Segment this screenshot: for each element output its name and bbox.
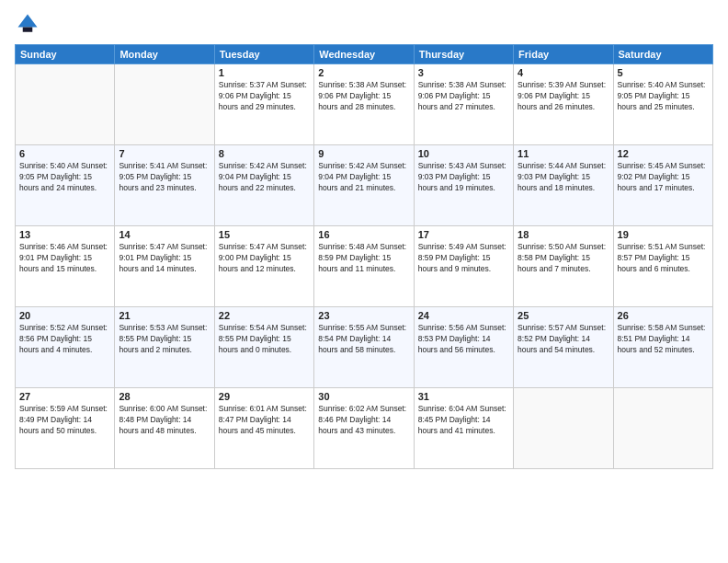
day-detail: Sunrise: 5:40 AM Sunset: 9:05 PM Dayligh… xyxy=(618,80,709,113)
day-number: 14 xyxy=(119,229,210,240)
day-detail: Sunrise: 5:43 AM Sunset: 9:03 PM Dayligh… xyxy=(418,161,509,194)
calendar-day-31: 31Sunrise: 6:04 AM Sunset: 8:45 PM Dayli… xyxy=(414,388,513,469)
weekday-header-tuesday: Tuesday xyxy=(214,45,313,64)
day-number: 30 xyxy=(318,391,409,402)
day-number: 11 xyxy=(518,148,609,159)
calendar-day-empty xyxy=(514,388,613,469)
day-detail: Sunrise: 5:57 AM Sunset: 8:52 PM Dayligh… xyxy=(518,323,609,356)
calendar-day-16: 16Sunrise: 5:48 AM Sunset: 8:59 PM Dayli… xyxy=(314,226,414,307)
day-detail: Sunrise: 5:52 AM Sunset: 8:56 PM Dayligh… xyxy=(19,323,110,356)
calendar-table: SundayMondayTuesdayWednesdayThursdayFrid… xyxy=(15,44,713,469)
day-number: 5 xyxy=(618,67,709,78)
calendar-day-4: 4Sunrise: 5:39 AM Sunset: 9:06 PM Daylig… xyxy=(514,64,613,145)
day-number: 1 xyxy=(219,67,310,78)
day-detail: Sunrise: 5:47 AM Sunset: 9:01 PM Dayligh… xyxy=(119,242,210,275)
calendar-day-empty xyxy=(613,388,712,469)
day-detail: Sunrise: 5:38 AM Sunset: 9:06 PM Dayligh… xyxy=(418,80,509,113)
day-number: 3 xyxy=(418,67,509,78)
day-detail: Sunrise: 5:55 AM Sunset: 8:54 PM Dayligh… xyxy=(318,323,409,356)
calendar-day-19: 19Sunrise: 5:51 AM Sunset: 8:57 PM Dayli… xyxy=(613,226,712,307)
day-detail: Sunrise: 5:56 AM Sunset: 8:53 PM Dayligh… xyxy=(418,323,509,356)
day-number: 21 xyxy=(119,310,210,321)
day-number: 9 xyxy=(318,148,409,159)
weekday-header-row: SundayMondayTuesdayWednesdayThursdayFrid… xyxy=(16,45,713,64)
day-number: 25 xyxy=(518,310,609,321)
day-detail: Sunrise: 6:01 AM Sunset: 8:47 PM Dayligh… xyxy=(219,404,310,437)
weekday-header-saturday: Saturday xyxy=(613,45,712,64)
day-detail: Sunrise: 6:02 AM Sunset: 8:46 PM Dayligh… xyxy=(318,404,409,437)
day-detail: Sunrise: 5:54 AM Sunset: 8:55 PM Dayligh… xyxy=(219,323,310,356)
weekday-header-friday: Friday xyxy=(514,45,613,64)
day-detail: Sunrise: 5:42 AM Sunset: 9:04 PM Dayligh… xyxy=(219,161,310,194)
logo xyxy=(15,11,44,37)
calendar-day-18: 18Sunrise: 5:50 AM Sunset: 8:58 PM Dayli… xyxy=(514,226,613,307)
calendar-day-21: 21Sunrise: 5:53 AM Sunset: 8:55 PM Dayli… xyxy=(115,307,214,388)
day-number: 19 xyxy=(618,229,709,240)
day-number: 31 xyxy=(418,391,509,402)
day-detail: Sunrise: 5:51 AM Sunset: 8:57 PM Dayligh… xyxy=(618,242,709,275)
calendar-week-1: 1Sunrise: 5:37 AM Sunset: 9:06 PM Daylig… xyxy=(16,64,713,145)
day-detail: Sunrise: 5:42 AM Sunset: 9:04 PM Dayligh… xyxy=(318,161,409,194)
day-detail: Sunrise: 5:40 AM Sunset: 9:05 PM Dayligh… xyxy=(19,161,110,194)
calendar-week-5: 27Sunrise: 5:59 AM Sunset: 8:49 PM Dayli… xyxy=(16,388,713,469)
day-number: 18 xyxy=(518,229,609,240)
logo-icon xyxy=(15,11,40,37)
calendar-day-17: 17Sunrise: 5:49 AM Sunset: 8:59 PM Dayli… xyxy=(414,226,513,307)
day-detail: Sunrise: 5:41 AM Sunset: 9:05 PM Dayligh… xyxy=(119,161,210,194)
calendar-day-27: 27Sunrise: 5:59 AM Sunset: 8:49 PM Dayli… xyxy=(16,388,115,469)
calendar-day-24: 24Sunrise: 5:56 AM Sunset: 8:53 PM Dayli… xyxy=(414,307,513,388)
day-number: 8 xyxy=(219,148,310,159)
calendar-day-25: 25Sunrise: 5:57 AM Sunset: 8:52 PM Dayli… xyxy=(514,307,613,388)
calendar-day-5: 5Sunrise: 5:40 AM Sunset: 9:05 PM Daylig… xyxy=(613,64,712,145)
svg-rect-1 xyxy=(23,28,33,32)
calendar-day-1: 1Sunrise: 5:37 AM Sunset: 9:06 PM Daylig… xyxy=(214,64,313,145)
calendar-page: SundayMondayTuesdayWednesdayThursdayFrid… xyxy=(0,0,728,563)
calendar-week-4: 20Sunrise: 5:52 AM Sunset: 8:56 PM Dayli… xyxy=(16,307,713,388)
day-number: 29 xyxy=(219,391,310,402)
day-detail: Sunrise: 6:00 AM Sunset: 8:48 PM Dayligh… xyxy=(119,404,210,437)
calendar-day-29: 29Sunrise: 6:01 AM Sunset: 8:47 PM Dayli… xyxy=(214,388,313,469)
day-detail: Sunrise: 5:58 AM Sunset: 8:51 PM Dayligh… xyxy=(618,323,709,356)
calendar-day-3: 3Sunrise: 5:38 AM Sunset: 9:06 PM Daylig… xyxy=(414,64,513,145)
calendar-day-12: 12Sunrise: 5:45 AM Sunset: 9:02 PM Dayli… xyxy=(613,145,712,226)
calendar-header: SundayMondayTuesdayWednesdayThursdayFrid… xyxy=(16,45,713,64)
day-number: 20 xyxy=(19,310,110,321)
calendar-day-28: 28Sunrise: 6:00 AM Sunset: 8:48 PM Dayli… xyxy=(115,388,214,469)
calendar-day-11: 11Sunrise: 5:44 AM Sunset: 9:03 PM Dayli… xyxy=(514,145,613,226)
day-number: 6 xyxy=(19,148,110,159)
calendar-day-14: 14Sunrise: 5:47 AM Sunset: 9:01 PM Dayli… xyxy=(115,226,214,307)
calendar-week-3: 13Sunrise: 5:46 AM Sunset: 9:01 PM Dayli… xyxy=(16,226,713,307)
day-number: 12 xyxy=(618,148,709,159)
day-number: 23 xyxy=(318,310,409,321)
day-number: 10 xyxy=(418,148,509,159)
svg-marker-0 xyxy=(18,15,38,28)
day-number: 15 xyxy=(219,229,310,240)
weekday-header-monday: Monday xyxy=(115,45,214,64)
day-detail: Sunrise: 5:48 AM Sunset: 8:59 PM Dayligh… xyxy=(318,242,409,275)
calendar-day-15: 15Sunrise: 5:47 AM Sunset: 9:00 PM Dayli… xyxy=(214,226,313,307)
day-detail: Sunrise: 5:37 AM Sunset: 9:06 PM Dayligh… xyxy=(219,80,310,113)
weekday-header-wednesday: Wednesday xyxy=(314,45,414,64)
day-detail: Sunrise: 5:46 AM Sunset: 9:01 PM Dayligh… xyxy=(19,242,110,275)
calendar-body: 1Sunrise: 5:37 AM Sunset: 9:06 PM Daylig… xyxy=(16,64,713,469)
day-number: 17 xyxy=(418,229,509,240)
day-number: 24 xyxy=(418,310,509,321)
day-number: 4 xyxy=(518,67,609,78)
day-detail: Sunrise: 5:59 AM Sunset: 8:49 PM Dayligh… xyxy=(19,404,110,437)
calendar-day-30: 30Sunrise: 6:02 AM Sunset: 8:46 PM Dayli… xyxy=(314,388,414,469)
day-detail: Sunrise: 5:50 AM Sunset: 8:58 PM Dayligh… xyxy=(518,242,609,275)
calendar-day-26: 26Sunrise: 5:58 AM Sunset: 8:51 PM Dayli… xyxy=(613,307,712,388)
day-detail: Sunrise: 5:53 AM Sunset: 8:55 PM Dayligh… xyxy=(119,323,210,356)
calendar-day-22: 22Sunrise: 5:54 AM Sunset: 8:55 PM Dayli… xyxy=(214,307,313,388)
calendar-day-6: 6Sunrise: 5:40 AM Sunset: 9:05 PM Daylig… xyxy=(16,145,115,226)
calendar-day-9: 9Sunrise: 5:42 AM Sunset: 9:04 PM Daylig… xyxy=(314,145,414,226)
day-detail: Sunrise: 5:39 AM Sunset: 9:06 PM Dayligh… xyxy=(518,80,609,113)
calendar-day-20: 20Sunrise: 5:52 AM Sunset: 8:56 PM Dayli… xyxy=(16,307,115,388)
day-number: 27 xyxy=(19,391,110,402)
day-detail: Sunrise: 5:38 AM Sunset: 9:06 PM Dayligh… xyxy=(318,80,409,113)
calendar-day-8: 8Sunrise: 5:42 AM Sunset: 9:04 PM Daylig… xyxy=(214,145,313,226)
day-number: 22 xyxy=(219,310,310,321)
day-number: 13 xyxy=(19,229,110,240)
day-number: 16 xyxy=(318,229,409,240)
calendar-day-empty xyxy=(16,64,115,145)
